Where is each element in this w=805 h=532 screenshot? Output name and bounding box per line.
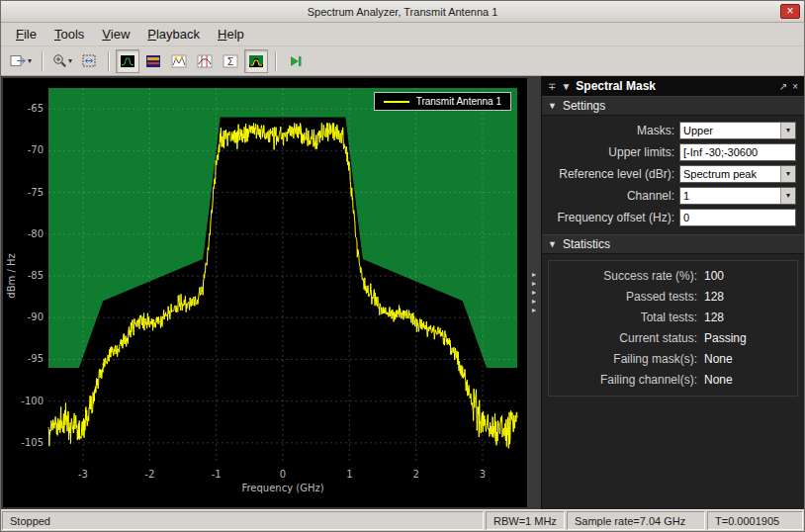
statistics-section-title: Statistics [563,237,610,251]
reference-level-value: Spectrum peak [680,166,780,182]
stat-label: Failing channel(s): [554,372,704,389]
settings-body: Masks: Upper ▾ Upper limits: [-Inf -30;-… [542,116,804,234]
reference-level-label: Reference level (dBr): [546,167,679,181]
chevron-down-icon[interactable]: ▾ [780,166,795,182]
masks-label: Masks: [546,124,679,137]
upper-limits-field-row: Upper limits: [-Inf -30;-30600 [546,142,796,161]
cursor-measurements-button[interactable] [193,49,217,73]
zoom-in-icon [52,53,67,68]
panel-menu-icon[interactable]: ∓ [548,81,556,92]
stat-value: Passing [704,330,747,347]
legend-line-sample [384,101,409,103]
statistics-body: Success rate (%): 100 Passed tests: 128 … [548,260,798,397]
svg-text:-65: -65 [28,103,44,114]
toolbar-separator [275,51,276,71]
stat-success-rate: Success rate (%): 100 [554,268,792,285]
panel-title-bar[interactable]: ∓ ▼ Spectral Mask ↗ × [542,76,804,96]
spectrum-view-button[interactable] [116,49,139,73]
svg-text:-85: -85 [28,270,44,281]
plot-area[interactable]: -3-2-10123-105-100-95-90-85-80-75-70-65F… [3,78,527,507]
signal-statistics-button[interactable]: Σ [219,49,242,73]
legend-label: Transmit Antenna 1 [416,96,501,107]
menu-help[interactable]: Help [209,24,253,44]
title-bar[interactable]: Spectrum Analyzer, Transmit Antenna 1 × [1,1,804,23]
settings-section-title: Settings [563,99,605,113]
masks-dropdown[interactable]: Upper ▾ [679,122,796,139]
masks-field-row: Masks: Upper ▾ [546,121,796,139]
main-area: -3-2-10123-105-100-95-90-85-80-75-70-65F… [1,76,804,509]
svg-text:-1: -1 [212,469,222,480]
stat-label: Passed tests: [554,289,704,306]
panel-collapse-handle[interactable]: ▸ ▸ ▸ ▸ ▸ [527,76,541,509]
frequency-offset-input[interactable]: 0 [679,209,796,226]
upper-limits-label: Upper limits: [546,145,679,159]
panel-collapse-icon[interactable]: ▼ [561,81,571,92]
collapse-arrow-icon: ▸ [532,280,536,288]
svg-text:-70: -70 [28,144,44,155]
masks-value: Upper [680,123,780,138]
step-forward-button[interactable] [283,49,307,73]
svg-text:Σ: Σ [227,56,233,67]
reference-level-field-row: Reference level (dBr): Spectrum peak ▾ [546,164,796,183]
undock-icon[interactable]: ↗ [779,81,787,92]
stat-value: None [704,372,733,389]
upper-limits-input[interactable]: [-Inf -30;-30600 [679,143,796,161]
export-button[interactable]: ▾ [7,49,35,73]
status-rbw: RBW=1 MHz [486,511,565,530]
stat-label: Failing mask(s): [554,351,704,368]
chevron-down-icon[interactable]: ▾ [780,188,795,204]
stat-failing-masks: Failing mask(s): None [554,351,792,368]
stat-label: Total tests: [554,310,704,326]
spectrum-plot[interactable]: -3-2-10123-105-100-95-90-85-80-75-70-65F… [3,78,527,507]
channel-value: 1 [680,188,780,204]
legend[interactable]: Transmit Antenna 1 [374,92,511,111]
close-button[interactable]: × [780,4,800,19]
zoom-button[interactable]: ▾ [49,49,75,73]
svg-text:3: 3 [480,469,486,480]
collapse-arrow-icon: ▸ [532,271,536,279]
window-title: Spectrum Analyzer, Transmit Antenna 1 [1,6,804,18]
chevron-down-icon[interactable]: ▾ [780,123,795,138]
statistics-section-header[interactable]: ▼ Statistics [542,234,804,254]
peak-finder-button[interactable] [167,49,191,73]
spectrogram-button[interactable] [141,49,165,73]
stat-passed-tests: Passed tests: 128 [554,289,792,306]
status-state: Stopped [2,511,484,530]
menu-file[interactable]: File [7,24,45,44]
svg-text:-3: -3 [78,469,88,480]
panel-close-icon[interactable]: × [792,81,798,92]
stat-value: None [704,351,733,368]
status-bar: Stopped RBW=1 MHz Sample rate=7.04 GHz T… [1,509,804,531]
channel-dropdown[interactable]: 1 ▾ [679,187,796,205]
stat-current-status: Current status: Passing [554,330,792,347]
frequency-offset-label: Frequency offset (Hz): [546,211,679,224]
svg-text:-95: -95 [28,353,44,364]
svg-text:0: 0 [280,469,286,480]
svg-text:-80: -80 [28,228,44,239]
settings-section-header[interactable]: ▼ Settings [542,96,804,116]
menu-playback[interactable]: Playback [138,24,209,44]
collapse-arrow-icon: ▸ [532,307,536,314]
collapse-arrow-icon: ▸ [532,298,536,306]
stat-label: Current status: [554,330,704,347]
dropdown-caret-icon: ▾ [28,56,32,65]
signal-statistics-icon: Σ [223,54,238,68]
svg-text:Frequency (GHz): Frequency (GHz) [241,483,323,493]
menu-tools[interactable]: Tools [45,24,93,44]
cursor-measurements-icon [197,54,213,68]
stat-failing-channels: Failing channel(s): None [554,372,792,389]
fit-view-icon [81,53,97,68]
frequency-offset-field-row: Frequency offset (Hz): 0 [546,208,796,226]
spectral-mask-button[interactable] [244,49,268,73]
svg-text:1: 1 [346,469,352,480]
reference-level-dropdown[interactable]: Spectrum peak ▾ [679,165,796,183]
spectrogram-icon [145,54,161,68]
stat-value: 128 [704,310,724,326]
collapse-triangle-icon: ▼ [548,101,557,111]
svg-text:2: 2 [412,469,418,480]
stat-value: 128 [704,289,724,306]
toolbar: ▾ ▾ Σ [1,46,804,76]
fit-view-button[interactable] [77,49,101,73]
menu-view[interactable]: View [93,24,138,44]
stat-value: 100 [704,268,724,285]
